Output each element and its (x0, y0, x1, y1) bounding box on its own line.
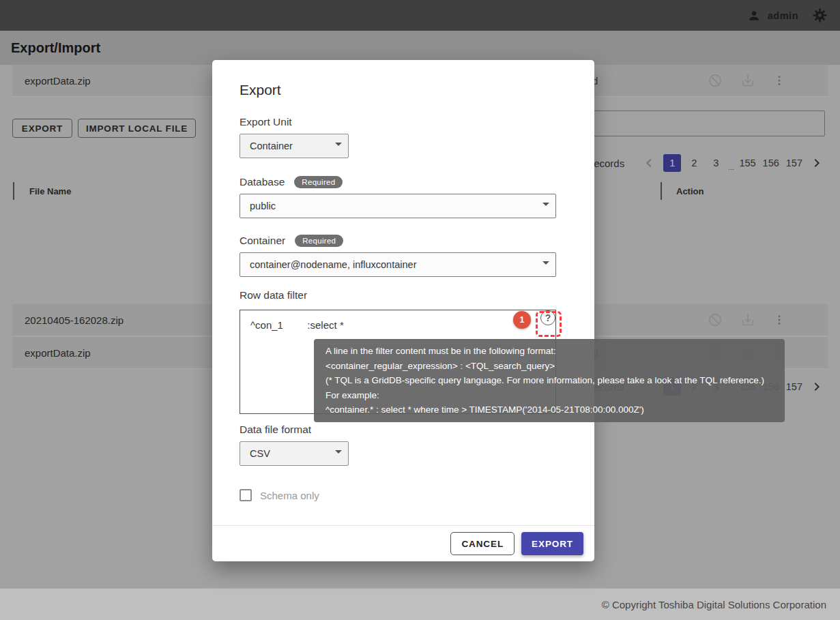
container-label: Container (240, 235, 285, 247)
data-file-format-value: CSV (250, 448, 270, 459)
tooltip-line: A line in the filter content must be in … (325, 344, 773, 359)
chevron-down-icon (542, 203, 549, 206)
container-select[interactable]: container@nodename, influxcontainer (240, 252, 556, 277)
chevron-down-icon (335, 450, 342, 454)
dialog-footer: CANCEL EXPORT (212, 525, 594, 561)
help-icon-highlight-annotation (536, 311, 562, 337)
row-data-filter-label: Row data filter (240, 289, 567, 301)
schema-only-label: Schema only (260, 490, 319, 501)
export-unit-value: Container (250, 141, 293, 151)
database-value: public (250, 201, 276, 211)
cancel-button[interactable]: CANCEL (450, 532, 515, 555)
export-dialog: Export Export Unit Container Database Re… (212, 60, 594, 561)
data-file-format-label: Data file format (240, 424, 567, 436)
chevron-down-icon (335, 143, 342, 146)
database-select[interactable]: public (240, 194, 556, 218)
data-file-format-select[interactable]: CSV (240, 441, 349, 466)
schema-only-checkbox[interactable] (240, 489, 252, 501)
tooltip-line: <container_regular_expression> : <TQL_se… (325, 359, 773, 374)
filter-help-tooltip: A line in the filter content must be in … (314, 339, 785, 422)
tooltip-line: ^container.* : select * where time > TIM… (325, 402, 773, 417)
dialog-title: Export (240, 82, 567, 98)
export-unit-select[interactable]: Container (240, 134, 349, 158)
tooltip-line: (* TQL is a GridDB-specific query langua… (325, 373, 773, 388)
tooltip-line: For example: (325, 388, 773, 403)
container-value: container@nodename, influxcontainer (250, 259, 416, 270)
required-badge: Required (295, 235, 343, 247)
required-badge: Required (294, 176, 343, 188)
error-count-badge: 1 (513, 311, 531, 329)
chevron-down-icon (542, 261, 549, 265)
export-unit-label: Export Unit (240, 116, 567, 128)
database-label: Database (240, 176, 285, 188)
export-submit-button[interactable]: EXPORT (521, 532, 583, 555)
